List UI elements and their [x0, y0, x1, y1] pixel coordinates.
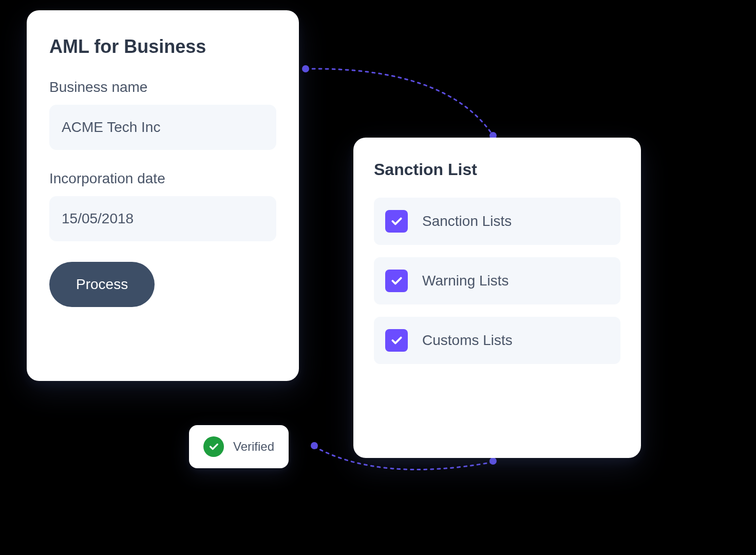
checkbox-warning-lists[interactable]: [385, 270, 408, 292]
incorporation-date-label: Incorporation date: [49, 170, 276, 187]
verified-badge: Verified: [189, 425, 289, 468]
process-button[interactable]: Process: [49, 262, 155, 307]
svg-point-2: [311, 442, 318, 449]
list-item-label: Sanction Lists: [422, 213, 512, 229]
check-icon: [390, 215, 403, 228]
check-icon: [390, 274, 403, 288]
checkbox-customs-lists[interactable]: [385, 329, 408, 352]
aml-form-title: AML for Business: [49, 36, 276, 58]
sanction-list-card: Sanction List Sanction Lists Warning Lis…: [353, 138, 641, 458]
list-item: Sanction Lists: [374, 198, 620, 245]
sanction-list-title: Sanction List: [374, 160, 620, 179]
svg-point-3: [489, 457, 497, 465]
incorporation-date-input[interactable]: [49, 196, 276, 241]
business-name-input[interactable]: [49, 105, 276, 150]
list-item-label: Warning Lists: [422, 273, 509, 289]
list-item-label: Customs Lists: [422, 332, 513, 349]
business-name-label: Business name: [49, 79, 276, 95]
verified-label: Verified: [233, 439, 274, 454]
list-item: Customs Lists: [374, 317, 620, 364]
svg-point-0: [302, 65, 309, 72]
checkbox-sanction-lists[interactable]: [385, 210, 408, 233]
check-icon: [390, 334, 403, 347]
verified-check-icon: [203, 436, 224, 457]
aml-form-card: AML for Business Business name Incorpora…: [27, 10, 299, 381]
list-item: Warning Lists: [374, 257, 620, 304]
